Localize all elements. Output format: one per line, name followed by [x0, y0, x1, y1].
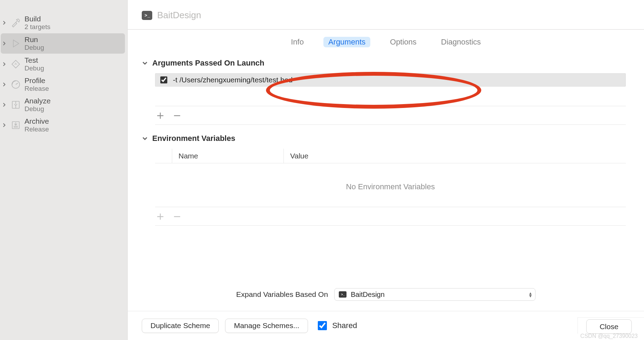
add-env-button[interactable]	[156, 212, 165, 221]
env-section-header[interactable]: Environment Variables	[142, 134, 626, 143]
scheme-header: >_ BaitDesign	[128, 0, 644, 29]
env-empty-message: No Environment Variables	[155, 163, 626, 207]
sidebar: Build 2 targets Run Debug	[0, 0, 128, 340]
tab-arguments[interactable]: Arguments	[323, 37, 370, 47]
archive-icon	[10, 120, 21, 130]
sidebar-item-profile[interactable]: Profile Release	[0, 74, 127, 95]
tab-options[interactable]: Options	[385, 37, 421, 47]
sidebar-item-sublabel: Release	[24, 125, 49, 133]
chevron-right-icon	[1, 20, 7, 26]
scheme-title: BaitDesign	[157, 10, 201, 21]
sidebar-item-label: Analyze	[24, 97, 51, 105]
expand-variables-row: Expand Variables Based On >_ BaitDesign …	[128, 288, 644, 301]
expand-variables-value: BaitDesign	[351, 291, 385, 299]
arguments-heading: Arguments Passed On Launch	[152, 59, 264, 68]
arguments-section-header[interactable]: Arguments Passed On Launch	[142, 59, 626, 68]
app-root: Build 2 targets Run Debug	[0, 0, 644, 340]
arguments-table: -t /Users/zhengxueming/test/test.bed	[155, 73, 626, 125]
arguments-toolbar	[155, 106, 626, 125]
updown-icon: ▴▾	[529, 292, 532, 297]
play-icon	[10, 38, 21, 49]
sidebar-item-sublabel: Debug	[24, 44, 44, 52]
remove-env-button[interactable]	[173, 212, 182, 221]
tab-diagnostics[interactable]: Diagnostics	[436, 37, 486, 47]
chevron-down-icon	[142, 59, 147, 68]
expand-variables-select[interactable]: >_ BaitDesign ▴▾	[334, 288, 536, 301]
expand-variables-label: Expand Variables Based On	[236, 290, 328, 299]
sidebar-item-analyze[interactable]: Analyze Debug	[0, 95, 127, 115]
env-header-row: Name Value	[155, 149, 626, 163]
diamond-icon	[10, 59, 21, 69]
chevron-right-icon	[1, 122, 7, 128]
remove-argument-button[interactable]	[173, 111, 182, 120]
sidebar-item-label: Test	[24, 56, 44, 64]
sidebar-item-sublabel: Release	[24, 85, 49, 93]
close-area: Close	[578, 317, 644, 334]
shared-checkbox[interactable]	[318, 321, 327, 330]
env-table: Name Value No Environment Variables	[155, 149, 626, 226]
close-button[interactable]: Close	[586, 319, 632, 334]
sidebar-item-test[interactable]: Test Debug	[0, 54, 127, 74]
argument-row[interactable]: -t /Users/zhengxueming/test/test.bed	[155, 73, 626, 87]
sidebar-item-build[interactable]: Build 2 targets	[0, 13, 127, 33]
shared-label: Shared	[332, 321, 357, 330]
add-argument-button[interactable]	[156, 111, 165, 120]
argument-text[interactable]: -t /Users/zhengxueming/test/test.bed	[173, 76, 293, 84]
watermark: CSDN @qq_27390023	[580, 333, 638, 339]
argument-enabled-checkbox[interactable]	[160, 76, 167, 83]
env-heading: Environment Variables	[152, 134, 235, 143]
sidebar-item-sublabel: 2 targets	[24, 23, 50, 31]
sidebar-item-label: Profile	[24, 76, 49, 85]
sidebar-item-run[interactable]: Run Debug	[1, 33, 125, 54]
chevron-right-icon	[1, 41, 7, 46]
env-col-value[interactable]: Value	[290, 149, 308, 163]
chevron-right-icon	[1, 102, 7, 108]
hammer-icon	[10, 18, 21, 28]
chevron-right-icon	[1, 82, 7, 87]
env-col-name[interactable]: Name	[178, 149, 284, 163]
gauge-icon	[10, 79, 21, 90]
bottom-bar: Duplicate Scheme Manage Schemes... Share…	[128, 311, 644, 340]
sidebar-item-label: Build	[24, 15, 50, 23]
sidebar-item-label: Run	[24, 35, 44, 44]
analyze-icon	[10, 100, 21, 110]
chevron-right-icon	[1, 61, 7, 67]
duplicate-scheme-button[interactable]: Duplicate Scheme	[142, 319, 219, 333]
tab-info[interactable]: Info	[286, 37, 309, 47]
sidebar-item-label: Archive	[24, 117, 49, 125]
main-panel: >_ BaitDesign Info Arguments Options Dia…	[128, 0, 644, 340]
sidebar-item-sublabel: Debug	[24, 105, 51, 113]
sidebar-item-archive[interactable]: Archive Release	[0, 115, 127, 135]
manage-schemes-button[interactable]: Manage Schemes...	[225, 319, 308, 333]
sidebar-item-sublabel: Debug	[24, 64, 44, 72]
terminal-icon: >_	[142, 11, 152, 20]
tab-bar: Info Arguments Options Diagnostics	[128, 30, 644, 49]
terminal-icon: >_	[339, 291, 346, 298]
chevron-down-icon	[142, 134, 147, 143]
env-toolbar	[155, 207, 626, 226]
